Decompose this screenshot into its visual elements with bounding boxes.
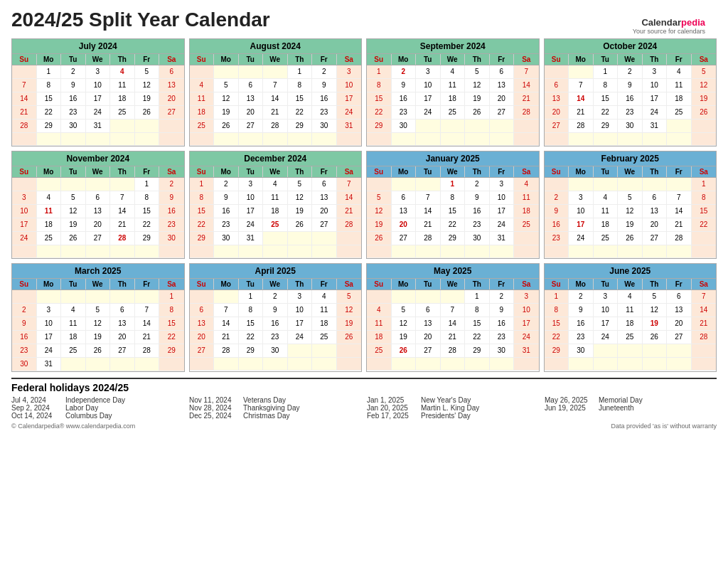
day-cell: 8: [37, 79, 62, 92]
day-cell: 19: [618, 218, 643, 232]
day-cell: 13: [545, 92, 569, 106]
month-calendar-2: September 2024SuMoTuWeThFrSa123456789101…: [366, 38, 540, 147]
day-header-Tu: Tu: [416, 279, 441, 289]
day-cell: 31: [86, 119, 111, 133]
day-header-Tu: Tu: [61, 279, 86, 289]
days-grid-4: 1234567891011121314151617181920212223242…: [12, 178, 184, 258]
day-cell: [37, 245, 62, 258]
day-cell: 18: [367, 331, 392, 344]
day-cell: 3: [594, 290, 619, 304]
day-cell: 10: [288, 304, 313, 317]
day-cell: [239, 358, 264, 371]
day-cell: [37, 178, 62, 191]
day-header-Mo: Mo: [37, 279, 62, 289]
day-cell: 17: [239, 205, 264, 218]
day-cell: 14: [337, 191, 362, 205]
day-cell: 15: [288, 92, 313, 106]
day-header-Tu: Tu: [61, 54, 86, 65]
day-cell: 30: [490, 344, 515, 358]
day-cell: 17: [337, 92, 362, 106]
day-cell: 14: [263, 92, 288, 106]
day-cell: [367, 245, 392, 258]
day-cell: 3: [337, 65, 362, 79]
day-cell: 14: [416, 205, 441, 218]
day-cell: 25: [618, 331, 643, 344]
day-cell: [110, 133, 135, 146]
footer-right: Data provided 'as is' without warranty: [611, 422, 717, 430]
day-cell: [263, 232, 288, 245]
holiday-name: Veterans Day: [243, 396, 286, 404]
holiday-date: Nov 11, 2024: [189, 396, 239, 404]
day-cell: 6: [416, 304, 441, 317]
day-header-Su: Su: [367, 279, 392, 289]
holiday-date: Jan 1, 2025: [367, 396, 417, 404]
day-cell: 5: [465, 65, 490, 79]
day-header-Sa: Sa: [692, 54, 717, 65]
day-cell: 6: [392, 191, 417, 205]
day-cell: [692, 344, 717, 358]
day-cell: [61, 178, 86, 191]
day-cell: [569, 65, 594, 79]
day-cell: 10: [594, 304, 619, 317]
day-cell: 15: [135, 205, 160, 218]
day-cell: 14: [12, 92, 37, 106]
day-cell: 18: [263, 205, 288, 218]
day-cell: 11: [594, 205, 619, 218]
holiday-column-2: Jan 1, 2025New Year's DayJan 20, 2025Mar…: [367, 396, 539, 420]
day-cell: 9: [312, 79, 337, 92]
day-cell: 23: [545, 232, 569, 245]
month-calendar-3: October 2024SuMoTuWeThFrSa12345678910111…: [544, 38, 717, 147]
day-cell: 18: [190, 106, 215, 119]
day-cell: 10: [37, 317, 62, 331]
day-cell: 30: [61, 119, 86, 133]
day-header-We: We: [618, 54, 643, 65]
day-cell: 20: [416, 331, 441, 344]
day-cell: 6: [110, 304, 135, 317]
month-calendar-10: May 2025SuMoTuWeThFrSa123456789101112131…: [366, 263, 540, 372]
day-header-Fr: Fr: [667, 166, 692, 177]
day-cell: 13: [159, 79, 184, 92]
day-cell: 29: [288, 119, 313, 133]
day-cell: 27: [416, 344, 441, 358]
day-cell: 24: [37, 344, 62, 358]
holiday-item: Nov 28, 2024Thanksgiving Day: [189, 404, 361, 412]
day-cell: 22: [135, 218, 160, 232]
day-cell: 20: [392, 218, 417, 232]
day-cell: 1: [135, 178, 160, 191]
day-header-Su: Su: [190, 54, 215, 65]
day-header-Sa: Sa: [159, 166, 184, 177]
day-cell: 17: [490, 205, 515, 218]
day-cell: 12: [392, 317, 417, 331]
day-cell: 11: [514, 191, 539, 205]
day-cell: [159, 119, 184, 133]
day-cell: 12: [61, 205, 86, 218]
month-header-0: July 2024: [12, 39, 184, 54]
day-cell: [312, 245, 337, 258]
day-cell: 8: [135, 191, 160, 205]
day-cell: 21: [441, 331, 466, 344]
day-cell: 26: [214, 119, 239, 133]
day-cell: [416, 358, 441, 371]
day-cell: [135, 245, 160, 258]
day-cell: [441, 358, 466, 371]
day-cell: 29: [135, 232, 160, 245]
day-cell: [239, 133, 264, 146]
day-cell: 7: [569, 79, 594, 92]
day-cell: 9: [12, 317, 37, 331]
day-cell: 9: [214, 191, 239, 205]
day-header-Tu: Tu: [594, 54, 619, 65]
day-cell: 29: [159, 344, 184, 358]
logo-text1: Calendar: [641, 17, 681, 28]
day-cell: [86, 178, 111, 191]
day-cell: 25: [367, 344, 392, 358]
day-cell: 15: [190, 205, 215, 218]
day-cell: [110, 178, 135, 191]
day-cell: 22: [288, 106, 313, 119]
day-cell: 1: [239, 290, 264, 304]
day-header-Th: Th: [643, 166, 668, 177]
day-cell: 25: [594, 232, 619, 245]
day-cell: 15: [465, 317, 490, 331]
day-cell: 10: [337, 79, 362, 92]
day-cell: 18: [441, 92, 466, 106]
day-cell: 14: [569, 92, 594, 106]
